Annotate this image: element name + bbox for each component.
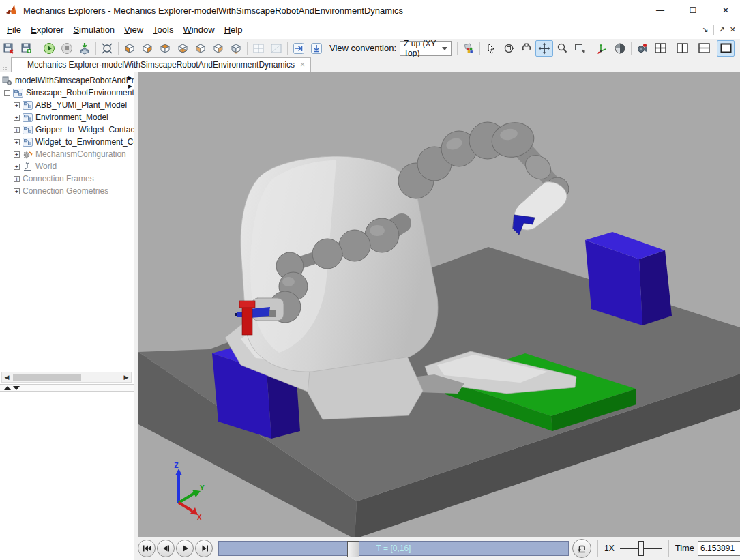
- tree-item-abb-yumi-plant-model[interactable]: + ABB_YUMI_Plant_Model: [14, 99, 127, 111]
- layout-two-columns-icon[interactable]: [673, 40, 691, 57]
- select-cursor-icon[interactable]: [482, 40, 500, 57]
- time-slider-thumb[interactable]: [347, 541, 359, 557]
- splitter-up-icon[interactable]: [4, 386, 11, 390]
- tree-item-label: Gripper_to_Widget_Contact: [35, 125, 134, 134]
- view-top-icon[interactable]: [156, 40, 174, 57]
- roll-view-icon[interactable]: [518, 40, 535, 57]
- expand-expander[interactable]: +: [14, 176, 20, 182]
- time-slider[interactable]: T = [0,16]: [218, 541, 569, 556]
- forward-frame-icon[interactable]: [290, 40, 308, 57]
- tree-root[interactable]: modelWithSimscapeRobotAndEnvironmentDyna…: [2, 74, 134, 87]
- divider: [95, 42, 96, 55]
- tree-item-world[interactable]: + World: [14, 160, 57, 173]
- undock-icon[interactable]: ↗: [719, 25, 725, 34]
- zoom-region-icon[interactable]: [571, 40, 589, 57]
- view-isometric-icon[interactable]: [227, 40, 245, 57]
- dock-icon[interactable]: ↘: [702, 25, 708, 34]
- tree-item-connection-geometries[interactable]: + Connection Geometries: [14, 185, 108, 197]
- frame-triad-icon[interactable]: [593, 40, 611, 57]
- title-bar: Mechanics Explorers - Mechanics Explorer…: [0, 0, 740, 20]
- expand-expander[interactable]: +: [14, 164, 20, 170]
- expand-expander[interactable]: +: [14, 102, 20, 108]
- zoom-to-fit-icon[interactable]: [98, 40, 116, 57]
- visual-settings-icon[interactable]: [460, 40, 477, 57]
- divider: [479, 42, 480, 55]
- tree-item-gripper-to-widget-contact[interactable]: + Gripper_to_Widget_Contact: [14, 123, 134, 136]
- tree-item-label: Connection Geometries: [23, 186, 108, 196]
- play-button[interactable]: [176, 540, 194, 557]
- window-title: Mechanics Explorers - Mechanics Explorer…: [23, 5, 403, 16]
- expand-expander[interactable]: +: [14, 151, 20, 158]
- record-video-icon[interactable]: [634, 40, 651, 57]
- loop-playback-button[interactable]: [572, 539, 591, 558]
- close-panel-icon[interactable]: ✕: [730, 25, 736, 34]
- menu-view[interactable]: View: [124, 25, 143, 35]
- tab-mechanics-explorer[interactable]: Mechanics Explorer-modelWithSimscapeRobo…: [11, 57, 311, 72]
- view-convention-dropdown[interactable]: Z up (XY Top): [400, 41, 452, 56]
- menu-tools[interactable]: Tools: [153, 25, 173, 35]
- menu-simulation[interactable]: Simulation: [73, 25, 115, 35]
- sphere-shading-icon[interactable]: [611, 40, 629, 57]
- 3d-viewport[interactable]: Z Y X: [138, 72, 740, 537]
- tree-scroll-right-icon[interactable]: ▶: [128, 76, 132, 81]
- tree-item-label: Simscape_RobotEnvironment: [26, 88, 134, 98]
- divider: [457, 42, 458, 55]
- expand-expander[interactable]: +: [14, 127, 20, 133]
- pan-view-icon[interactable]: [535, 40, 553, 57]
- layout-two-rows-icon[interactable]: [695, 40, 713, 57]
- tree-horizontal-scrollbar[interactable]: ◀ ▶: [1, 372, 132, 383]
- layout-single-pane-icon[interactable]: [717, 40, 735, 57]
- scroll-left-icon[interactable]: ◀: [2, 374, 12, 381]
- scroll-right-icon[interactable]: ▶: [121, 374, 131, 381]
- menu-explorer[interactable]: Explorer: [31, 25, 63, 35]
- down-frame-icon[interactable]: [308, 40, 325, 57]
- expand-expander[interactable]: +: [14, 115, 20, 121]
- view-left-icon[interactable]: [192, 40, 209, 57]
- tree-item-widget-to-environment-contact[interactable]: + Widget_to_Environment_Contact: [14, 136, 134, 148]
- go-to-start-button[interactable]: [138, 540, 156, 557]
- expand-expander[interactable]: +: [14, 139, 20, 145]
- speed-slider-thumb[interactable]: [638, 541, 644, 556]
- time-input[interactable]: [698, 541, 740, 556]
- rotate-view-icon[interactable]: [500, 40, 518, 57]
- tree-item-simscape-robotenvironment[interactable]: - Simscape_RobotEnvironment: [4, 87, 134, 99]
- tree-scroll-right-icon[interactable]: ▶: [128, 84, 132, 89]
- zoom-icon[interactable]: [553, 40, 571, 57]
- split-four-views-icon[interactable]: [250, 40, 267, 57]
- tree-item-label: Widget_to_Environment_Contact: [35, 137, 134, 147]
- maximize-button[interactable]: ☐: [687, 5, 699, 15]
- speed-slider[interactable]: [620, 541, 662, 556]
- splitter-down-icon[interactable]: [13, 386, 20, 390]
- tree-item-environment-model[interactable]: + Environment_Model: [14, 111, 108, 123]
- step-forward-button[interactable]: [195, 540, 213, 557]
- view-front-icon[interactable]: [121, 40, 138, 57]
- playback-bar: T = [0,16] 1X Time: [134, 537, 740, 559]
- tab-drag-handle[interactable]: [3, 59, 8, 70]
- run-icon[interactable]: [40, 40, 58, 57]
- export-video-icon[interactable]: [76, 40, 93, 57]
- tree-item-mechanism-configuration[interactable]: + MechanismConfiguration: [14, 148, 126, 160]
- collapse-expander[interactable]: -: [4, 90, 10, 96]
- subsystem-icon: [13, 89, 23, 98]
- step-back-button[interactable]: [157, 540, 175, 557]
- single-view-icon[interactable]: [267, 40, 285, 57]
- tree-item-connection-frames[interactable]: + Connection Frames: [14, 173, 94, 185]
- minimize-button[interactable]: —: [654, 5, 666, 15]
- save-config-icon[interactable]: [0, 40, 18, 57]
- close-button[interactable]: ✕: [720, 5, 732, 15]
- stop-icon[interactable]: [58, 40, 76, 57]
- view-back-icon[interactable]: [138, 40, 156, 57]
- scrollbar-thumb[interactable]: [13, 374, 81, 381]
- tab-close-icon[interactable]: ×: [300, 60, 305, 70]
- view-right-icon[interactable]: [209, 40, 227, 57]
- subsystem-icon: [23, 101, 33, 110]
- panel-splitter[interactable]: [0, 384, 134, 392]
- view-bottom-icon[interactable]: [174, 40, 192, 57]
- expand-expander[interactable]: +: [14, 188, 20, 194]
- menu-file[interactable]: File: [7, 25, 21, 35]
- menu-window[interactable]: Window: [183, 25, 214, 35]
- menu-help[interactable]: Help: [224, 25, 243, 35]
- layout-four-pane-icon[interactable]: [651, 40, 669, 57]
- mechanism-config-icon: [23, 149, 33, 159]
- save-config-as-icon[interactable]: [18, 40, 35, 57]
